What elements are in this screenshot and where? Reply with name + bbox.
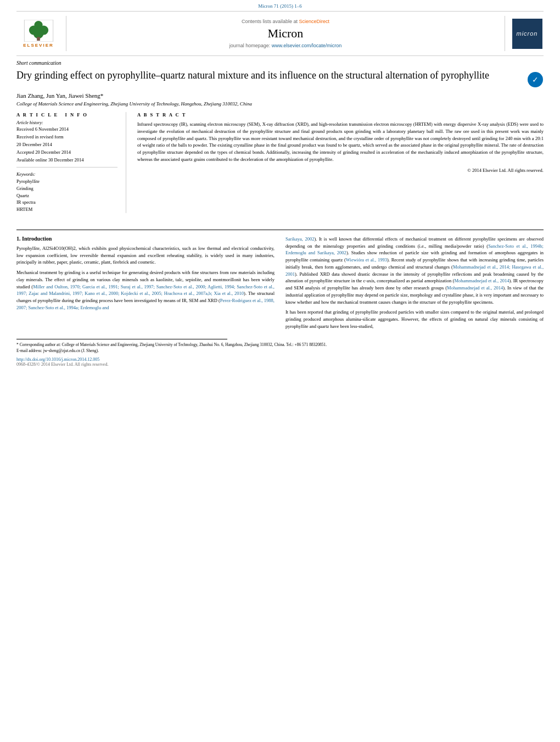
article-info-abstract: A R T I C L E I N F O Article history: R… bbox=[16, 112, 544, 213]
footnote-email-line: E-mail address: jw-sheng@zjut.edu.cn (J.… bbox=[16, 348, 544, 354]
ref-miller[interactable]: Miller and Oulton, 1970; Garcia et al., … bbox=[16, 284, 275, 297]
ref-sanchez1[interactable]: Sanchez-Soto et al., 1994b; Erdemoglu an… bbox=[285, 243, 544, 256]
bottom-bar: http://dx.doi.org/10.1016/j.micron.2014.… bbox=[0, 354, 560, 370]
elsevier-tree-icon bbox=[24, 20, 54, 42]
article-info-col: A R T I C L E I N F O Article history: R… bbox=[16, 112, 126, 213]
available-online: Available online 30 December 2014 bbox=[16, 157, 117, 163]
article-title-row: Dry grinding effect on pyrophyllite–quar… bbox=[16, 69, 544, 88]
copyright-line: © 2014 Elsevier Ltd. All rights reserved… bbox=[137, 168, 544, 173]
elsevier-text: ELSEVIER bbox=[23, 43, 54, 48]
section1-heading: 1. Introduction bbox=[16, 236, 275, 242]
authors-text: Jian Zhang, Jun Yan, Jiawei Sheng* bbox=[16, 92, 103, 99]
accepted-date: Accepted 20 December 2014 bbox=[16, 149, 117, 155]
micron-logo-text: micron bbox=[516, 30, 537, 37]
authors: Jian Zhang, Jun Yan, Jiawei Sheng* bbox=[16, 92, 544, 99]
article-type: Short communication bbox=[16, 60, 544, 66]
journal-title: Micron bbox=[268, 26, 304, 41]
doi-link[interactable]: http://dx.doi.org/10.1016/j.micron.2014.… bbox=[16, 357, 99, 362]
email-label: E-mail address: bbox=[16, 348, 42, 353]
journal-header-center: Contents lists available at ScienceDirec… bbox=[66, 16, 505, 51]
keyword-2: Grinding bbox=[16, 185, 117, 192]
footnote-asterisk-note: * Corresponding author at: College of Ma… bbox=[16, 342, 327, 347]
page-wrapper: Micron 71 (2015) 1–6 ELSEVIER Contents l… bbox=[0, 0, 560, 742]
sciencedirect-line: Contents lists available at ScienceDirec… bbox=[242, 19, 329, 24]
keyword-1: Pyrophyllite bbox=[16, 178, 117, 185]
sciencedirect-link[interactable]: ScienceDirect bbox=[299, 19, 330, 24]
received-date: Received 6 November 2014 bbox=[16, 126, 117, 132]
keywords-label: Keywords: bbox=[16, 172, 117, 177]
email-link[interactable]: jw-sheng@zjut.edu.cn bbox=[43, 348, 80, 353]
intro-p2: Mechanical treatment by grinding is a us… bbox=[16, 269, 275, 311]
footnote-area: * Corresponding author at: College of Ma… bbox=[0, 339, 560, 354]
journal-header: ELSEVIER Contents lists available at Sci… bbox=[16, 11, 544, 56]
ref-perez[interactable]: Perez-Rodriguez et al., 1988, 2007; Sanc… bbox=[16, 298, 275, 310]
homepage-line: journal homepage: www.elsevier.com/locat… bbox=[229, 43, 342, 48]
journal-logo-right: micron bbox=[505, 16, 544, 51]
journal-ref-text: Micron 71 (2015) 1–6 bbox=[258, 3, 302, 9]
keyword-4: IR spectra bbox=[16, 199, 117, 206]
svg-text:✓: ✓ bbox=[532, 75, 539, 84]
article-body: Short communication Dry grinding effect … bbox=[0, 56, 560, 224]
ref-wiewiora[interactable]: Wiewióra et al., 1993 bbox=[346, 257, 387, 263]
doi-line: http://dx.doi.org/10.1016/j.micron.2014.… bbox=[16, 357, 544, 362]
issn-line: 0968-4328/© 2014 Elsevier Ltd. All right… bbox=[16, 362, 544, 367]
abstract-title: A B S T R A C T bbox=[137, 112, 544, 118]
intro-p1: Pyrophyllite, Al2Si4O10(OH)2, which exhi… bbox=[16, 245, 275, 266]
main-col-left: 1. Introduction Pyrophyllite, Al2Si4O10(… bbox=[16, 236, 275, 333]
ref-mohammad1[interactable]: Mohammadnejad et al., 2014; Hasegawa et … bbox=[285, 264, 544, 277]
email-person: (J. Sheng). bbox=[81, 348, 99, 353]
received-revised-label: Received in revised form bbox=[16, 134, 117, 140]
main-col-right: Sarikaya, 2002). It is well known that d… bbox=[285, 236, 544, 333]
homepage-text: journal homepage: bbox=[229, 43, 271, 48]
crossmark-icon: ✓ bbox=[527, 71, 544, 88]
footnote-divider bbox=[16, 339, 227, 339]
homepage-link[interactable]: www.elsevier.com/locate/micron bbox=[272, 43, 342, 48]
ref-mohammad3[interactable]: Mohammadnejad et al., 2014 bbox=[447, 285, 503, 291]
journal-logo-box: micron bbox=[512, 19, 542, 49]
keywords-list: Pyrophyllite Grinding Quartz IR spectra … bbox=[16, 178, 117, 213]
section-divider bbox=[16, 230, 544, 230]
main-two-col: 1. Introduction Pyrophyllite, Al2Si4O10(… bbox=[0, 236, 560, 333]
affiliation: College of Materials Science and Enginee… bbox=[16, 101, 544, 107]
received-revised-date: 20 December 2014 bbox=[16, 142, 117, 147]
ref-mohammad2[interactable]: Mohammadnejad et al., 2014 bbox=[454, 278, 509, 283]
right-p2: It has been reported that grinding of py… bbox=[285, 309, 544, 330]
article-info-title: A R T I C L E I N F O bbox=[16, 112, 117, 118]
footnote-text: * Corresponding author at: College of Ma… bbox=[16, 342, 544, 348]
svg-rect-5 bbox=[37, 37, 40, 41]
article-title: Dry grinding effect on pyrophyllite–quar… bbox=[16, 69, 522, 82]
keyword-3: Quartz bbox=[16, 192, 117, 199]
info-divider bbox=[16, 167, 117, 168]
elsevier-logo: ELSEVIER bbox=[16, 16, 66, 51]
abstract-col: A B S T R A C T Infrared spectroscopy (I… bbox=[137, 112, 544, 213]
journal-reference: Micron 71 (2015) 1–6 bbox=[0, 0, 560, 11]
keyword-5: HRTEM bbox=[16, 206, 117, 213]
history-label: Article history: bbox=[16, 120, 117, 125]
abstract-text: Infrared spectroscopy (IR), scanning ele… bbox=[137, 121, 544, 163]
contents-text: Contents lists available at bbox=[242, 19, 298, 24]
right-p1: Sarikaya, 2002). It is well known that d… bbox=[285, 236, 544, 306]
ref-sarikaya[interactable]: Sarikaya, 2002 bbox=[285, 236, 314, 242]
